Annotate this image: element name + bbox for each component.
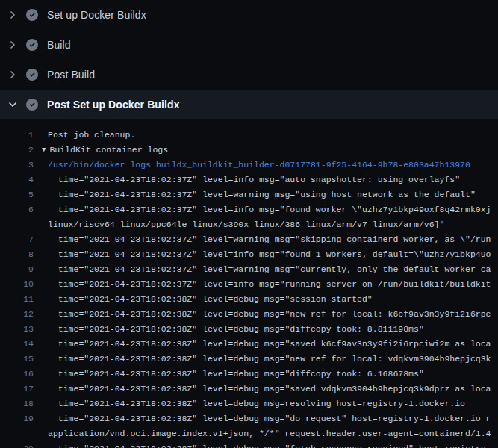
log-line: 2▼BuildKit container logs (0, 143, 498, 158)
line-number[interactable]: 6 (0, 202, 34, 217)
line-number[interactable]: 10 (0, 277, 34, 292)
line-number[interactable]: 8 (0, 247, 34, 262)
log-text: time="2021-04-23T18:02:37Z" level=info m… (48, 277, 498, 292)
line-number[interactable]: 20 (0, 441, 34, 448)
log-line: 14 time="2021-04-23T18:02:38Z" level=deb… (0, 337, 498, 352)
log-line: 20 time="2021-04-23T18:02:38Z" level=deb… (0, 441, 498, 448)
log-section-list: Set up Docker Buildx Build Post Build Po… (0, 0, 498, 119)
log-line: 18 time="2021-04-23T18:02:38Z" level=deb… (0, 396, 498, 411)
line-number[interactable]: 2 (0, 143, 34, 158)
line-number[interactable]: 18 (0, 396, 34, 411)
log-line: 9 time="2021-04-23T18:02:37Z" level=warn… (0, 262, 498, 277)
line-number[interactable]: 19 (0, 411, 34, 426)
log-text: time="2021-04-23T18:02:38Z" level=debug … (48, 382, 498, 396)
log-line: 7 time="2021-04-23T18:02:37Z" level=warn… (0, 232, 498, 247)
line-number[interactable]: 17 (0, 382, 34, 396)
log-group-header: ▼BuildKit container logs (42, 143, 498, 158)
chevron-right-icon (7, 9, 19, 21)
line-number (0, 217, 34, 232)
log-text: time="2021-04-23T18:02:38Z" level=debug … (48, 292, 498, 307)
line-number[interactable]: 1 (0, 128, 34, 143)
log-text: time="2021-04-23T18:02:37Z" level=warnin… (48, 262, 498, 277)
log-line: 3/usr/bin/docker logs buildx_buildkit_bu… (0, 158, 498, 172)
log-line: 5 time="2021-04-23T18:02:37Z" level=warn… (0, 187, 498, 202)
log-line: 12 time="2021-04-23T18:02:38Z" level=deb… (0, 307, 498, 322)
log-text: time="2021-04-23T18:02:38Z" level=debug … (48, 396, 498, 411)
log-line: 10 time="2021-04-23T18:02:37Z" level=inf… (0, 277, 498, 292)
chevron-right-icon (7, 39, 19, 51)
section-title: Set up Docker Buildx (47, 9, 146, 21)
log-text: application/vnd.oci.image.index.v1+json,… (48, 426, 498, 441)
line-number[interactable]: 16 (0, 367, 34, 382)
log-group-title: BuildKit container logs (49, 145, 168, 155)
log-text: time="2021-04-23T18:02:38Z" level=debug … (48, 307, 498, 322)
log-line: application/vnd.oci.image.index.v1+json,… (0, 426, 498, 441)
log-line: 6 time="2021-04-23T18:02:37Z" level=info… (0, 202, 498, 217)
log-text: time="2021-04-23T18:02:37Z" level=warnin… (48, 187, 498, 202)
log-text: time="2021-04-23T18:02:37Z" level=info m… (48, 172, 498, 187)
log-text: time="2021-04-23T18:02:38Z" level=debug … (48, 441, 498, 448)
chevron-down-icon (7, 99, 19, 111)
check-circle-icon (26, 39, 38, 51)
line-number[interactable]: 11 (0, 292, 34, 307)
check-circle-icon (26, 69, 38, 81)
log-line: 8 time="2021-04-23T18:02:37Z" level=info… (0, 247, 498, 262)
log-text: time="2021-04-23T18:02:37Z" level=info m… (48, 202, 498, 217)
log-line: 19 time="2021-04-23T18:02:38Z" level=deb… (0, 411, 498, 426)
log-section-header-setup-docker-buildx[interactable]: Set up Docker Buildx (0, 0, 498, 30)
line-number[interactable]: 5 (0, 187, 34, 202)
log-text: Post job cleanup. (48, 128, 498, 143)
log-section-header-build[interactable]: Build (0, 30, 498, 60)
line-number[interactable]: 7 (0, 232, 34, 247)
log-section-header-post-build[interactable]: Post Build (0, 60, 498, 90)
log-text: time="2021-04-23T18:02:38Z" level=debug … (48, 411, 498, 426)
check-circle-icon (26, 99, 38, 111)
log-text: time="2021-04-23T18:02:37Z" level=warnin… (48, 232, 498, 247)
log-line: 11 time="2021-04-23T18:02:38Z" level=deb… (0, 292, 498, 307)
log-line: linux/riscv64 linux/ppc64le linux/s390x … (0, 217, 498, 232)
log-line: 1Post job cleanup. (0, 128, 498, 143)
log-line: 15 time="2021-04-23T18:02:38Z" level=deb… (0, 352, 498, 367)
log-text: time="2021-04-23T18:02:38Z" level=debug … (48, 352, 498, 367)
line-number[interactable]: 9 (0, 262, 34, 277)
chevron-right-icon (7, 69, 19, 81)
log-section-header-post-setup-docker-buildx[interactable]: Post Set up Docker Buildx (0, 90, 498, 119)
log-text: time="2021-04-23T18:02:37Z" level=info m… (48, 247, 498, 262)
line-number[interactable]: 15 (0, 352, 34, 367)
log-line: 16 time="2021-04-23T18:02:38Z" level=deb… (0, 367, 498, 382)
line-number[interactable]: 3 (0, 158, 34, 172)
line-number (0, 426, 34, 441)
log-text: linux/riscv64 linux/ppc64le linux/s390x … (48, 217, 498, 232)
log-line: 13 time="2021-04-23T18:02:38Z" level=deb… (0, 322, 498, 337)
log-text: time="2021-04-23T18:02:38Z" level=debug … (48, 337, 498, 352)
line-number[interactable]: 12 (0, 307, 34, 322)
group-toggle-caret-icon[interactable]: ▼ (42, 143, 46, 158)
log-text: time="2021-04-23T18:02:38Z" level=debug … (48, 367, 498, 382)
log-command-text: /usr/bin/docker logs buildx_buildkit_bui… (48, 158, 498, 172)
log-line: 4 time="2021-04-23T18:02:37Z" level=info… (0, 172, 498, 187)
section-title: Post Build (47, 69, 95, 81)
line-number[interactable]: 4 (0, 172, 34, 187)
section-title: Post Set up Docker Buildx (47, 99, 180, 111)
log-line: 17 time="2021-04-23T18:02:38Z" level=deb… (0, 382, 498, 396)
log-output-container: 1Post job cleanup.2▼BuildKit container l… (0, 119, 498, 448)
line-number[interactable]: 14 (0, 337, 34, 352)
section-title: Build (47, 39, 71, 51)
check-circle-icon (26, 9, 38, 21)
line-number[interactable]: 13 (0, 322, 34, 337)
log-text: time="2021-04-23T18:02:38Z" level=debug … (48, 322, 498, 337)
